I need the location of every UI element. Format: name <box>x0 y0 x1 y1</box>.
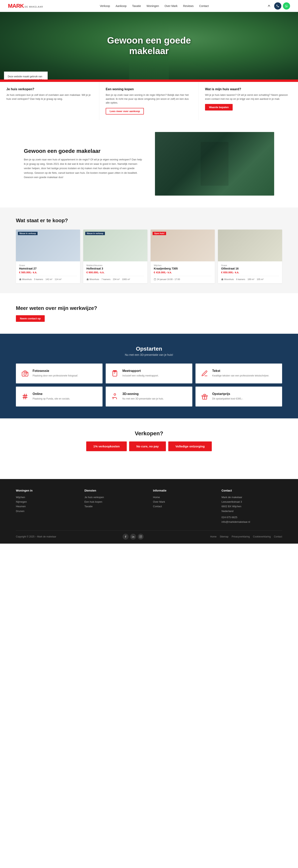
camera-icon <box>21 369 29 378</box>
verkopen-title: Verkopen? <box>16 430 282 437</box>
card-verkopen-text: Je huis verkopen kun je zelf doen of ove… <box>6 93 93 101</box>
logo[interactable]: MARK DE MAKELAAR <box>8 3 43 9</box>
listing-card-1[interactable]: Nieuw in verkoop Grave Hamstraat 27 € 56… <box>16 229 80 283</box>
listing-size-2: 234 m² <box>113 278 120 280</box>
whatsapp-icon[interactable] <box>283 2 290 9</box>
footer-contact-city: 6602 BX Wijchen <box>222 504 282 508</box>
service-title-3d: 3D-woning <box>122 392 164 396</box>
contact-section: Meer weten over mijn werkwijze? Neem con… <box>0 293 298 334</box>
about-image <box>155 132 274 195</box>
listings-inner: Wat staat er te koop? Nieuw in verkoop G… <box>0 208 298 293</box>
listing-card-2[interactable]: Nieuw in verkoop Malden/Heumen Hollestra… <box>83 229 147 283</box>
user-icon[interactable] <box>265 2 272 9</box>
card-taxatie-text: Wil je je huis laten taxeren? Of wil je … <box>205 93 292 101</box>
listing-info-1: Grave Hamstraat 27 € 565.000,- k.k. Woon… <box>16 261 80 283</box>
nav-taxatie[interactable]: Taxatie <box>132 4 141 7</box>
gift-icon <box>200 392 209 401</box>
footer-col-woningen: Woningen in Wijchen Nijmegen Heumen Drun… <box>16 489 76 524</box>
footer-contact-country: Nederland <box>222 509 282 514</box>
logo-sub: DE MAKELAAR <box>25 6 43 8</box>
listing-name-2: Hollestraat 3 <box>87 267 144 270</box>
facebook-icon[interactable] <box>123 534 129 540</box>
listing-type-4: Woonhuis <box>221 278 234 280</box>
contact-button[interactable]: Neem contact op <box>16 315 45 322</box>
card-kopen-button[interactable]: Lees meer over aankoop <box>106 108 144 115</box>
listing-size-4: 189 m² <box>247 278 254 280</box>
footer-link-heumen[interactable]: Heumen <box>16 504 76 508</box>
listing-meta-1: Woonhuis 5 kamers 142 m² 114 m² <box>19 276 77 280</box>
card-kopen-title: Een woning kopen <box>106 88 192 91</box>
svg-rect-1 <box>154 278 156 280</box>
service-content-online: Online Plaatsing op Funda, site en socia… <box>33 392 70 401</box>
nav-woningen[interactable]: Woningen <box>146 4 159 7</box>
nav-verkoop[interactable]: Verkoop <box>100 4 110 7</box>
listing-card-3[interactable]: Open huis! Wijchen Kraaijenberg 7305 € 4… <box>151 229 215 283</box>
listing-rooms-1: 5 kamers <box>34 278 43 280</box>
person-3d-icon <box>110 392 119 401</box>
listing-img-4 <box>218 229 282 261</box>
phone-icon[interactable] <box>274 2 281 9</box>
svg-point-20 <box>141 536 141 536</box>
footer-link-over-mark[interactable]: Over Mark <box>153 499 213 504</box>
footer-link-contact[interactable]: Contact <box>153 504 213 508</box>
cards-row: Je huis verkopen? Je huis verkopen kun j… <box>0 81 298 120</box>
header: MARK DE MAKELAAR Verkoop Aankoop Taxatie… <box>0 0 298 12</box>
service-desc-3d: Nu met een 3D-presentatie van je huis. <box>122 397 164 401</box>
listing-size2-1: 114 m² <box>55 278 61 280</box>
footer: Woningen in Wijchen Nijmegen Heumen Drun… <box>0 479 298 544</box>
nav-over-mark[interactable]: Over Mark <box>165 4 177 7</box>
nav-aankoop[interactable]: Aankoop <box>115 4 127 7</box>
footer-contact-phone: 024 675 6825 <box>222 515 282 520</box>
service-desc-fotosessie: Plaatsing door een professionele fotogra… <box>33 374 78 377</box>
svg-point-17 <box>132 535 133 536</box>
listings-grid: Nieuw in verkoop Grave Hamstraat 27 € 56… <box>16 229 282 283</box>
nav-reviews[interactable]: Reviews <box>183 4 194 7</box>
service-content-meetrapport: Meetrapport Inclusief een volledig meetr… <box>122 369 159 377</box>
footer-bottom-sitemap[interactable]: Sitemap <box>220 535 228 538</box>
listing-img-2: Nieuw in verkoop <box>83 229 147 261</box>
service-title-fotosessie: Fotosessie <box>33 369 78 373</box>
footer-bottom-privacy[interactable]: Privacyverklaring <box>232 535 250 538</box>
about-text: Gewoon een goede makelaar Ben je op zoek… <box>24 148 143 179</box>
linkedin-icon[interactable] <box>130 534 136 540</box>
card-taxatie-button[interactable]: Waarde bepalen <box>205 104 233 111</box>
listing-badge-1: Nieuw in verkoop <box>18 232 38 235</box>
verkopen-badge-2: No cure, no pay <box>129 441 166 451</box>
footer-link-nijmegen[interactable]: Nijmegen <box>16 499 76 504</box>
footer-link-verkopen[interactable]: Je huis verkopen <box>85 495 145 499</box>
footer-link-wijchen[interactable]: Wijchen <box>16 495 76 499</box>
footer-link-taxatie[interactable]: Taxatie <box>85 504 145 508</box>
nav-contact[interactable]: Contact <box>199 4 209 7</box>
service-content-opstartprijs: Opstartprijs Dit opstartpakket kost €395… <box>212 392 243 401</box>
footer-link-drunen[interactable]: Drunen <box>16 509 76 514</box>
footer-col-woningen-title: Woningen in <box>16 489 76 492</box>
footer-link-kopen[interactable]: Een huis kopen <box>85 499 145 504</box>
svg-line-12 <box>24 394 25 399</box>
service-title-online: Online <box>33 392 70 396</box>
listing-rooms-4: 6 kamers <box>236 278 245 280</box>
spacer <box>0 463 298 479</box>
card-verkopen: Je huis verkopen? Je huis verkopen kun j… <box>0 82 99 120</box>
footer-col-contact: Contact Mark de makelaar Leeuwerikstraat… <box>222 489 282 524</box>
listing-place-3: Wijchen <box>154 264 211 267</box>
footer-bottom-cookie[interactable]: Cookieverklaring <box>253 535 271 538</box>
footer-link-home[interactable]: Home <box>153 495 213 499</box>
instagram-icon[interactable] <box>138 534 144 540</box>
listing-meta-4: Woonhuis 6 kamers 189 m² 105 m² <box>221 276 279 280</box>
listing-rooms-2: 7 kamers <box>101 278 110 280</box>
footer-contact-email: info@markdemakelaar.nl <box>222 520 282 524</box>
footer-bottom-contact[interactable]: Contact <box>274 535 282 538</box>
listing-card-4[interactable]: Grave Oiliestraat 16 € 650.000,- k.k. Wo… <box>218 229 282 283</box>
pen-icon <box>200 369 209 378</box>
footer-col-informatie: Informatie Home Over Mark Contact <box>153 489 213 524</box>
listings-title: Wat staat er te koop? <box>16 217 282 224</box>
hero-title: Gewoon een goedemakelaar <box>107 35 191 56</box>
listing-info-2: Malden/Heumen Hollestraat 3 € 900.000,- … <box>83 261 147 283</box>
listing-name-3: Kraaijenberg 7305 <box>154 267 211 270</box>
about-section: Gewoon een goede makelaar Ben je op zoek… <box>0 120 298 208</box>
footer-bottom-home[interactable]: Home <box>210 535 217 538</box>
listing-size2-2: 1065 m² <box>122 278 130 280</box>
listing-price-1: € 565.000,- k.k. <box>19 271 77 274</box>
listing-badge-3: Open huis! <box>153 232 166 235</box>
card-kopen-text: Ben je op zoek naar een woning in de reg… <box>106 93 192 105</box>
